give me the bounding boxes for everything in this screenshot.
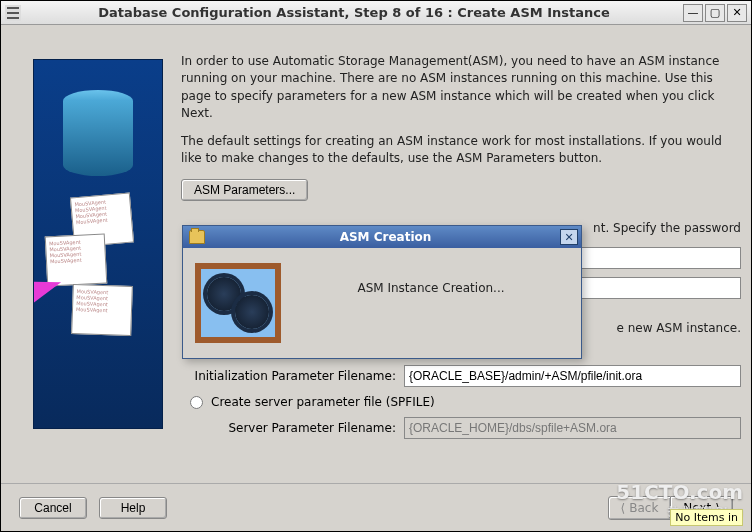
document-icon: MouSVAgent MouSVAgent MouSVAgent MouSVAg… xyxy=(71,284,133,336)
spfile-label: Server Parameter Filename: xyxy=(181,421,396,435)
spfile-radio-row: Create server parameter file (SPFILE) xyxy=(181,395,741,409)
gears-icon xyxy=(195,263,281,343)
dialog-body: ASM Instance Creation... xyxy=(183,248,581,358)
confirm-password-input[interactable] xyxy=(561,277,741,299)
init-file-input[interactable] xyxy=(404,365,741,387)
status-tooltip: No Items in xyxy=(670,509,743,526)
cancel-button[interactable]: Cancel xyxy=(19,497,87,519)
parameter-form: Initialization Parameter Filename: Creat… xyxy=(181,365,741,447)
folder-icon xyxy=(189,230,205,244)
dialog-titlebar: ASM Creation ✕ xyxy=(183,226,581,248)
spfile-row: Server Parameter Filename: xyxy=(181,417,741,439)
wizard-button-bar: Cancel Help ⟨ Back Next ⟩ xyxy=(1,483,751,531)
main-panel: In order to use Automatic Storage Manage… xyxy=(181,53,741,201)
app-menu-icon[interactable] xyxy=(5,5,21,21)
minimize-button[interactable]: — xyxy=(683,4,703,22)
spfile-input xyxy=(404,417,741,439)
spfile-radio[interactable] xyxy=(190,396,203,409)
content-area: MouSVAgent MouSVAgent MouSVAgent MouSVAg… xyxy=(1,25,751,531)
asm-creation-dialog: ASM Creation ✕ ASM Instance Creation... xyxy=(182,225,582,359)
new-asm-fragment: e new ASM instance. xyxy=(617,321,741,335)
chevron-left-icon: ⟨ xyxy=(621,501,626,515)
asm-parameters-button[interactable]: ASM Parameters... xyxy=(181,179,308,201)
init-file-row: Initialization Parameter Filename: xyxy=(181,365,741,387)
intro-paragraph-1: In order to use Automatic Storage Manage… xyxy=(181,53,741,123)
back-label: Back xyxy=(629,501,658,515)
password-prompt-fragment: nt. Specify the password xyxy=(593,221,741,235)
dialog-close-button[interactable]: ✕ xyxy=(560,229,578,245)
wizard-sidebar: MouSVAgent MouSVAgent MouSVAgent MouSVAg… xyxy=(33,59,163,429)
help-button[interactable]: Help xyxy=(99,497,167,519)
database-icon xyxy=(63,90,133,185)
back-button[interactable]: ⟨ Back xyxy=(608,496,672,520)
window-title: Database Configuration Assistant, Step 8… xyxy=(27,5,681,20)
init-file-label: Initialization Parameter Filename: xyxy=(181,369,396,383)
dialog-message: ASM Instance Creation... xyxy=(293,281,569,295)
dialog-title: ASM Creation xyxy=(211,230,560,244)
titlebar: Database Configuration Assistant, Step 8… xyxy=(1,1,751,25)
maximize-button[interactable]: ▢ xyxy=(705,4,725,22)
intro-paragraph-2: The default settings for creating an ASM… xyxy=(181,133,741,168)
close-button[interactable]: ✕ xyxy=(727,4,747,22)
password-fields xyxy=(561,247,741,299)
main-window: Database Configuration Assistant, Step 8… xyxy=(0,0,752,532)
spfile-radio-label: Create server parameter file (SPFILE) xyxy=(211,395,435,409)
sys-password-input[interactable] xyxy=(561,247,741,269)
sidebar-illustration: MouSVAgent MouSVAgent MouSVAgent MouSVAg… xyxy=(34,60,162,428)
